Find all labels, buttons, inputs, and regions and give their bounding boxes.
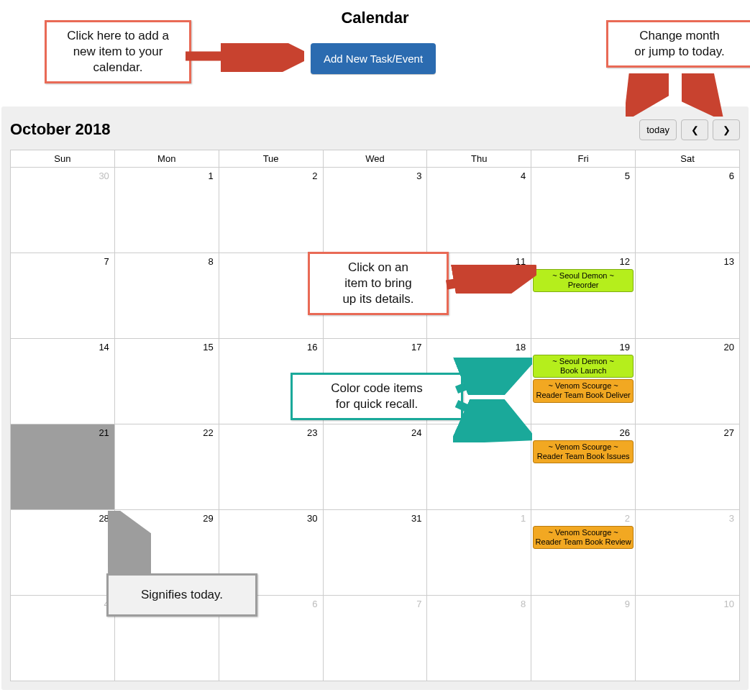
day-number: 27 (724, 427, 734, 438)
day-number: 6 (729, 171, 734, 181)
calendar-cell[interactable]: 3 (323, 168, 427, 253)
calendar-cell[interactable]: 23 (219, 424, 323, 510)
chevron-right-icon: ❯ (723, 124, 731, 135)
day-number: 1 (208, 171, 213, 181)
day-number: 13 (724, 256, 734, 267)
day-number: 30 (99, 171, 109, 181)
callout-navigation: Change monthor jump to today. (606, 20, 750, 68)
calendar-cell[interactable]: 2~ Venom Scourge ~Reader Team Book Revie… (531, 510, 636, 596)
day-number: 8 (521, 599, 526, 609)
day-number: 20 (724, 342, 734, 353)
calendar-cell[interactable]: 12~ Seoul Demon ~Preorder (531, 253, 636, 339)
day-number: 3 (729, 513, 734, 524)
calendar-cell[interactable]: 26~ Venom Scourge ~Reader Team Book Issu… (531, 424, 636, 510)
day-number: 4 (521, 171, 526, 181)
calendar-event[interactable]: ~ Venom Scourge ~Reader Team Book Review (533, 526, 634, 549)
calendar-cell[interactable]: 4 (11, 596, 115, 681)
day-number: 24 (411, 427, 421, 438)
calendar-cell[interactable]: 5 (531, 168, 636, 253)
calendar-cell[interactable]: 2 (219, 168, 323, 253)
day-number: 7 (104, 256, 109, 267)
day-number: 2 (312, 171, 317, 181)
day-number: 31 (411, 513, 421, 524)
calendar-event[interactable]: ~ Venom Scourge ~Reader Team Book Delive… (533, 379, 634, 402)
svg-line-1 (633, 77, 653, 108)
day-number: 7 (416, 599, 421, 609)
day-number: 8 (208, 256, 213, 267)
calendar-cell[interactable]: 4 (427, 168, 531, 253)
day-number: 9 (625, 599, 630, 609)
calendar-cell[interactable]: 27 (636, 424, 740, 510)
day-number: 17 (411, 342, 421, 353)
day-number: 30 (307, 513, 317, 524)
day-number: 3 (416, 171, 421, 181)
calendar-event[interactable]: ~ Venom Scourge ~Reader Team Book Issues (533, 440, 634, 463)
day-header: Fri (531, 150, 636, 168)
day-number: 1 (521, 513, 526, 524)
calendar-cell[interactable]: 15 (114, 339, 219, 424)
next-month-button[interactable]: ❯ (713, 119, 740, 140)
callout-add: Click here to add anew item to yourcalen… (45, 20, 191, 83)
calendar-cell[interactable]: 24 (323, 424, 427, 510)
svg-line-2 (689, 77, 713, 108)
arrow-icon (182, 43, 304, 72)
calendar-cell[interactable]: 19~ Seoul Demon ~Book Launch~ Venom Scou… (531, 339, 636, 424)
calendar-cell[interactable]: 30 (11, 168, 115, 253)
calendar-event[interactable]: ~ Seoul Demon ~Preorder (533, 269, 634, 292)
calendar-cell[interactable]: 8 (114, 253, 219, 339)
day-number: 16 (307, 342, 317, 353)
day-number: 5 (625, 171, 630, 181)
day-number: 2 (625, 513, 630, 524)
today-button[interactable]: today (639, 119, 677, 140)
day-number: 28 (99, 513, 109, 524)
day-header: Sat (636, 150, 740, 168)
callout-details: Click on anitem to bringup its details. (308, 252, 449, 315)
add-task-button[interactable]: Add New Task/Event (311, 43, 436, 74)
day-number: 29 (203, 513, 213, 524)
day-number: 6 (312, 599, 317, 609)
calendar-cell[interactable]: 8 (427, 596, 531, 681)
calendar-cell[interactable]: 25 (427, 424, 531, 510)
day-number: 18 (516, 342, 526, 353)
day-number: 21 (99, 427, 109, 438)
day-number: 12 (620, 256, 630, 267)
callout-today: Signifies today. (106, 573, 257, 617)
day-number: 19 (620, 342, 630, 353)
day-number: 15 (203, 342, 213, 353)
calendar-cell[interactable]: 14 (11, 339, 115, 424)
calendar-cell[interactable]: 28 (11, 510, 115, 596)
calendar-cell[interactable]: 3 (636, 510, 740, 596)
day-number: 14 (99, 342, 109, 353)
day-number: 23 (307, 427, 317, 438)
day-number: 10 (724, 599, 734, 609)
chevron-left-icon: ❮ (691, 124, 699, 135)
day-number: 22 (203, 427, 213, 438)
calendar-cell[interactable]: 13 (636, 253, 740, 339)
calendar-cell[interactable]: 9 (531, 596, 636, 681)
calendar-cell[interactable]: 1 (114, 168, 219, 253)
calendar-cell[interactable]: 7 (11, 253, 115, 339)
calendar-cell[interactable]: 22 (114, 424, 219, 510)
day-header: Tue (219, 150, 323, 168)
day-header: Mon (114, 150, 219, 168)
calendar-cell[interactable]: 10 (636, 596, 740, 681)
calendar-event[interactable]: ~ Seoul Demon ~Book Launch (533, 355, 634, 378)
day-number: 11 (516, 256, 526, 267)
calendar-cell[interactable]: 31 (323, 510, 427, 596)
callout-color-code: Color code itemsfor quick recall. (291, 373, 463, 420)
day-number: 25 (516, 427, 526, 438)
calendar-cell[interactable]: 6 (636, 168, 740, 253)
day-number: 26 (620, 427, 630, 438)
month-title: October 2018 (10, 120, 639, 139)
calendar-cell[interactable]: 1 (427, 510, 531, 596)
prev-month-button[interactable]: ❮ (681, 119, 708, 140)
calendar-cell[interactable]: 7 (323, 596, 427, 681)
calendar-cell[interactable]: 20 (636, 339, 740, 424)
day-header: Sun (11, 150, 115, 168)
calendar-cell[interactable]: 21 (11, 424, 115, 510)
day-header: Wed (323, 150, 427, 168)
day-header: Thu (427, 150, 531, 168)
